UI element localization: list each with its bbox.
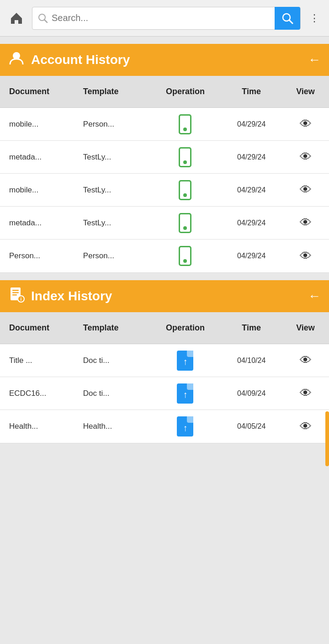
time-cell: 04/29/24: [215, 186, 287, 194]
doc-cell: Person...: [5, 251, 81, 261]
upload-arrow-icon: ↑: [183, 389, 187, 400]
time-cell: 04/05/24: [215, 422, 287, 431]
eye-icon[interactable]: 👁: [300, 216, 312, 230]
template-cell: Person...: [81, 120, 155, 129]
mobile-operation-icon: [179, 246, 191, 266]
table-row: metada... TestLy... 04/29/24 👁: [0, 141, 329, 174]
col-header-view-2: View: [287, 323, 324, 333]
operation-cell: ↑: [155, 351, 216, 371]
time-cell: 04/29/24: [215, 120, 287, 128]
upload-operation-icon: ↑: [177, 383, 193, 404]
view-cell[interactable]: 👁: [287, 249, 324, 263]
account-history-back-button[interactable]: ←: [308, 53, 321, 67]
col-header-document-1: Document: [5, 87, 81, 96]
col-header-time-1: Time: [215, 87, 287, 96]
doc-cell: metada...: [5, 218, 81, 228]
mobile-operation-icon: [179, 147, 191, 167]
table-row: ECDC16... Doc ti... ↑ 04/09/24 👁: [0, 377, 329, 410]
template-cell: TestLy...: [81, 218, 155, 228]
mobile-operation-icon: [179, 180, 191, 200]
search-button[interactable]: [275, 7, 300, 30]
svg-rect-6: [12, 290, 19, 291]
template-cell: Person...: [81, 251, 155, 261]
home-button[interactable]: [5, 7, 27, 29]
eye-icon[interactable]: 👁: [300, 249, 312, 263]
template-cell: Doc ti...: [81, 389, 155, 398]
col-header-operation-1: Operation: [155, 87, 216, 96]
table-row: mobile... TestLy... 04/29/24 👁: [0, 174, 329, 207]
account-icon: [8, 50, 25, 70]
operation-cell: [155, 246, 216, 266]
doc-cell: mobile...: [5, 186, 81, 195]
col-header-time-2: Time: [215, 323, 287, 333]
view-cell[interactable]: 👁: [287, 386, 324, 400]
eye-icon[interactable]: 👁: [300, 150, 312, 164]
eye-icon[interactable]: 👁: [300, 353, 312, 367]
doc-cell: mobile...: [5, 120, 81, 129]
svg-rect-8: [12, 294, 17, 296]
table-row: Title ... Doc ti... ↑ 04/10/24 👁: [0, 344, 329, 377]
operation-cell: [155, 180, 216, 200]
mobile-operation-icon: [179, 213, 191, 233]
template-cell: Health...: [81, 422, 155, 431]
doc-cell: Title ...: [5, 356, 81, 365]
operation-cell: [155, 213, 216, 233]
search-submit-icon: [281, 12, 293, 24]
template-cell: TestLy...: [81, 153, 155, 162]
template-cell: TestLy...: [81, 186, 155, 195]
upload-operation-icon: ↑: [177, 351, 193, 371]
scrollbar-indicator[interactable]: [325, 411, 329, 466]
view-cell[interactable]: 👁: [287, 183, 324, 197]
search-bar: [32, 7, 301, 30]
col-header-operation-2: Operation: [155, 323, 216, 333]
doc-cell: metada...: [5, 153, 81, 162]
account-history-header-row: Document Template Operation Time View: [0, 76, 329, 108]
col-header-view-1: View: [287, 87, 324, 96]
col-header-template-1: Template: [81, 87, 155, 96]
table-row: Health... Health... ↑ 04/05/24 👁: [0, 410, 329, 443]
view-cell[interactable]: 👁: [287, 216, 324, 230]
time-cell: 04/29/24: [215, 252, 287, 260]
index-history-table: Document Template Operation Time View Ti…: [0, 312, 329, 443]
svg-rect-7: [12, 292, 19, 293]
col-header-document-2: Document: [5, 323, 81, 333]
time-cell: 04/29/24: [215, 219, 287, 227]
operation-cell: ↑: [155, 383, 216, 404]
svg-line-3: [289, 20, 292, 23]
account-history-table: Document Template Operation Time View mo…: [0, 76, 329, 273]
table-row: mobile... Person... 04/29/24 👁: [0, 108, 329, 141]
operation-cell: ↑: [155, 416, 216, 436]
svg-text:i: i: [21, 297, 22, 302]
upload-arrow-icon: ↑: [183, 357, 187, 367]
time-cell: 04/09/24: [215, 389, 287, 398]
account-history-title: Account History: [31, 53, 308, 67]
index-history-header-row: Document Template Operation Time View: [0, 312, 329, 344]
eye-icon[interactable]: 👁: [300, 420, 312, 434]
col-header-template-2: Template: [81, 323, 155, 333]
template-cell: Doc ti...: [81, 356, 155, 365]
index-history-title: Index History: [31, 289, 308, 303]
index-history-back-button[interactable]: ←: [308, 289, 321, 303]
more-options-button[interactable]: ⋮: [305, 7, 324, 29]
view-cell[interactable]: 👁: [287, 117, 324, 131]
doc-cell: ECDC16...: [5, 389, 81, 398]
eye-icon[interactable]: 👁: [300, 183, 312, 197]
index-icon: i: [8, 286, 25, 306]
app-header: ⋮: [0, 0, 329, 37]
view-cell[interactable]: 👁: [287, 353, 324, 367]
eye-icon[interactable]: 👁: [300, 117, 312, 131]
svg-line-1: [44, 20, 47, 22]
view-cell[interactable]: 👁: [287, 420, 324, 434]
operation-cell: [155, 114, 216, 134]
eye-icon[interactable]: 👁: [300, 386, 312, 400]
search-input[interactable]: [52, 13, 271, 23]
upload-operation-icon: ↑: [177, 416, 193, 436]
mobile-operation-icon: [179, 114, 191, 134]
operation-cell: [155, 147, 216, 167]
table-row: metada... TestLy... 04/29/24 👁: [0, 207, 329, 240]
upload-arrow-icon: ↑: [183, 423, 187, 433]
doc-cell: Health...: [5, 422, 81, 431]
time-cell: 04/10/24: [215, 357, 287, 365]
account-history-header: Account History ←: [0, 44, 329, 76]
view-cell[interactable]: 👁: [287, 150, 324, 164]
